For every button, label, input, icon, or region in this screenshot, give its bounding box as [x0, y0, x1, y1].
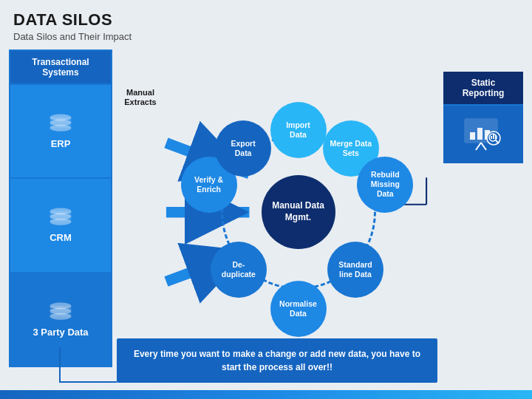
rebuild-data-circle: RebuildMissingData	[357, 157, 413, 213]
left-panel: Transactional Systems ERP CRM	[9, 50, 112, 367]
vertical-connector	[59, 347, 61, 383]
svg-point-4	[50, 125, 72, 132]
horizontal-connector	[59, 381, 117, 383]
deduplicate-circle: De-duplicate	[211, 242, 267, 298]
export-data-circle: ExportData	[215, 120, 271, 177]
erp-db-icon	[47, 113, 74, 134]
svg-rect-32	[495, 135, 497, 139]
crm-item: CRM	[9, 179, 112, 273]
bottom-bar	[0, 390, 532, 399]
svg-line-26	[481, 143, 486, 150]
transactional-systems-header: Transactional Systems	[9, 50, 112, 85]
right-panel: Static Reporting	[443, 50, 523, 367]
center-circle: Manual Data Mgmt.	[262, 175, 335, 249]
bottom-note-text: Every time you want to make a change or …	[134, 349, 420, 372]
center-area: Manual Extracts	[112, 50, 443, 367]
svg-point-14	[50, 313, 72, 320]
static-reporting-label: Static Reporting	[443, 72, 523, 104]
bottom-note: Every time you want to make a change or …	[117, 338, 437, 383]
svg-point-9	[50, 219, 72, 225]
import-data-circle: ImportData	[270, 102, 327, 158]
normalise-data-circle: NormaliseData	[270, 281, 327, 337]
circle-diagram: Manual Data Mgmt. ImportData Merge DataS…	[184, 98, 413, 327]
svg-rect-30	[491, 136, 492, 139]
page-header: DATA SILOS Data Silos and Their Impact	[0, 0, 532, 47]
svg-rect-31	[493, 134, 494, 139]
party-db-icon	[47, 301, 74, 322]
page-title: DATA SILOS	[13, 10, 519, 30]
main-content: Transactional Systems ERP CRM	[0, 50, 532, 367]
crm-db-icon	[47, 207, 74, 228]
report-icon-box	[443, 104, 523, 163]
party-data-item: 3 Party Data	[9, 273, 112, 367]
svg-rect-22	[470, 132, 475, 140]
erp-item: ERP	[9, 85, 112, 179]
svg-line-25	[476, 143, 481, 150]
svg-rect-23	[477, 128, 482, 140]
chart-icon	[461, 116, 505, 153]
party-data-label: 3 Party Data	[33, 327, 88, 338]
manual-extracts-label: Manual Extracts	[118, 88, 163, 107]
erp-label: ERP	[51, 138, 71, 149]
standard-data-circle: Standardline Data	[327, 242, 383, 298]
page-subtitle: Data Silos and Their Impact	[13, 31, 519, 42]
crm-label: CRM	[50, 232, 72, 243]
